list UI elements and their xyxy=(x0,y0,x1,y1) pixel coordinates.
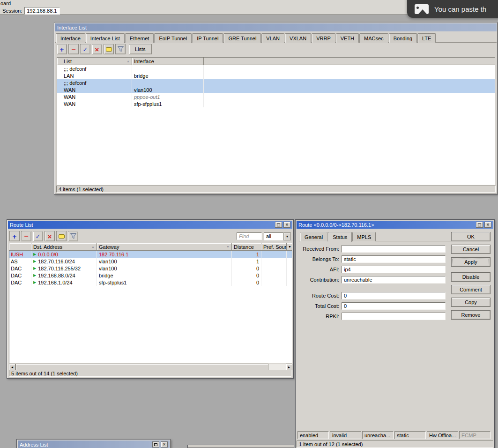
session-input[interactable]: 192.168.88.1 xyxy=(24,7,60,15)
interface-row-wan-vlan100[interactable]: WAN vlan100 xyxy=(57,86,495,93)
column-header-list[interactable]: List ▲ xyxy=(57,58,132,65)
remove-button[interactable]: − xyxy=(21,231,31,241)
route-row[interactable]: DAC ▶192.168.88.0/24 bridge 0 xyxy=(9,272,292,279)
interface-list-toolbar: + − ✓ × Lists xyxy=(54,43,498,56)
column-header-distance[interactable]: Distance xyxy=(232,243,261,251)
route-active-icon: ▶ xyxy=(33,252,36,256)
comment-button[interactable] xyxy=(104,44,114,54)
interface-row-wan-pppoe[interactable]: WAN pppoe-out1 xyxy=(57,93,495,100)
column-selector-button[interactable]: ▼ xyxy=(287,243,292,251)
enable-button[interactable]: ✓ xyxy=(33,231,43,241)
belongs-to-input[interactable]: static xyxy=(342,255,446,263)
route-filter-dropdown[interactable]: all ▼ xyxy=(264,232,291,240)
lists-button[interactable]: Lists xyxy=(129,44,152,54)
address-list-titlebar[interactable]: Address List × xyxy=(18,441,170,448)
total-cost-input[interactable]: 0 xyxy=(342,302,446,310)
rpki-input[interactable] xyxy=(342,313,446,320)
interface-list-titlebar[interactable]: Interface List xyxy=(55,23,497,31)
belongs-to-label: Belongs To: xyxy=(298,256,342,262)
scrollbar-thumb[interactable] xyxy=(15,364,268,370)
chevron-down-icon[interactable]: ▼ xyxy=(283,232,291,240)
interface-list-tabs: Interface Interface List Ethernet EoIP T… xyxy=(54,32,498,43)
tab-gre-tunnel[interactable]: GRE Tunnel xyxy=(223,33,261,43)
route-cost-label: Route Cost: xyxy=(298,293,342,299)
tab-general[interactable]: General xyxy=(300,232,327,241)
disable-button[interactable]: × xyxy=(45,231,55,241)
remove-button[interactable]: − xyxy=(68,44,79,54)
tab-status[interactable]: Status xyxy=(328,232,352,242)
route-dialog-titlebar[interactable]: Route <0.0.0.0/0->182.70.116.1> × xyxy=(297,221,493,229)
tab-mpls[interactable]: MPLS xyxy=(352,232,376,241)
tab-vxlan[interactable]: VXLAN xyxy=(285,33,311,43)
scroll-left-icon[interactable]: ◄ xyxy=(9,364,15,370)
close-icon: × xyxy=(487,223,490,227)
copy-button[interactable]: Copy xyxy=(451,298,491,307)
apply-button[interactable]: Apply xyxy=(451,257,491,267)
horizontal-scrollbar[interactable]: ◄ ► xyxy=(9,364,292,370)
paste-toast[interactable]: You can paste th xyxy=(407,0,498,18)
comment-button[interactable]: Comment xyxy=(451,285,491,294)
column-header-gateway[interactable]: Gateway ▼ xyxy=(97,243,232,251)
filter-button[interactable] xyxy=(115,44,126,54)
column-header-pref-source[interactable]: Pref. Sour xyxy=(261,243,287,251)
tab-interface[interactable]: Interface xyxy=(56,33,85,43)
filter-funnel-icon xyxy=(70,233,76,239)
flag-invalid: invalid xyxy=(330,431,361,439)
tab-interface-list[interactable]: Interface List xyxy=(86,33,125,43)
image-icon xyxy=(415,4,429,14)
filter-funnel-icon xyxy=(118,46,124,52)
find-input[interactable]: Find xyxy=(237,232,262,240)
maximize-icon xyxy=(478,224,481,226)
close-button[interactable]: × xyxy=(161,441,168,448)
total-cost-label: Total Cost: xyxy=(298,303,342,309)
tab-lte[interactable]: LTE xyxy=(417,33,436,43)
afi-label: AFI: xyxy=(298,267,342,272)
route-row[interactable]: DAC ▶192.168.1.0/24 sfp-sfpplus1 0 xyxy=(9,279,292,286)
add-button[interactable]: + xyxy=(57,44,67,54)
tab-macsec[interactable]: MACsec xyxy=(359,33,388,43)
tab-ip-tunnel[interactable]: IP Tunnel xyxy=(192,33,223,43)
background-window-edge[interactable] xyxy=(187,445,294,448)
interface-row-wan-sfp[interactable]: WAN sfp-sfpplus1 xyxy=(57,100,495,107)
add-icon: + xyxy=(60,45,64,53)
column-header-dst-address[interactable]: Dst. Address ▲ xyxy=(31,243,97,251)
column-header-interface[interactable]: Interface xyxy=(132,58,204,65)
remove-button[interactable]: Remove xyxy=(451,310,491,320)
add-button[interactable]: + xyxy=(9,231,20,241)
close-button[interactable]: × xyxy=(283,222,290,228)
interface-row-comment-selected[interactable]: ;;; defconf xyxy=(57,79,495,86)
route-row[interactable]: DAC ▶182.70.116.255/32 vlan100 0 xyxy=(9,265,292,272)
disable-button[interactable]: × xyxy=(92,44,102,54)
maximize-button[interactable] xyxy=(476,222,483,228)
session-label: Session: xyxy=(2,8,22,14)
maximize-button[interactable] xyxy=(275,222,282,228)
close-button[interactable]: × xyxy=(484,222,491,228)
route-state-flags: enabled invalid unreacha... static Hw Of… xyxy=(297,431,491,439)
enable-button[interactable]: ✓ xyxy=(80,44,90,54)
tab-vlan[interactable]: VLAN xyxy=(261,33,284,43)
tab-ethernet[interactable]: Ethernet xyxy=(125,33,154,43)
maximize-button[interactable] xyxy=(152,441,159,448)
tab-eoip-tunnel[interactable]: EoIP Tunnel xyxy=(154,33,192,43)
interface-row-lan[interactable]: LAN bridge xyxy=(57,72,495,79)
scrollbar-track[interactable] xyxy=(268,364,286,370)
disable-button[interactable]: Disable xyxy=(451,272,491,282)
contribution-input[interactable]: unreachable xyxy=(342,276,446,284)
filter-button[interactable] xyxy=(68,231,78,241)
received-from-input[interactable] xyxy=(342,245,446,253)
interface-row-comment[interactable]: ;;; defconf xyxy=(57,65,495,72)
route-row[interactable]: AS ▶182.70.116.0/24 vlan100 1 xyxy=(9,258,292,265)
column-header-flags[interactable] xyxy=(9,243,31,251)
route-list-titlebar[interactable]: Route List × xyxy=(8,221,292,229)
scroll-right-icon[interactable]: ► xyxy=(286,364,292,370)
route-row-default[interactable]: IUSH ▶0.0.0.0/0 182.70.116.1 1 xyxy=(9,251,292,258)
tab-bonding[interactable]: Bonding xyxy=(389,33,417,43)
comment-button[interactable] xyxy=(56,231,67,241)
route-cost-input[interactable]: 0 xyxy=(342,292,446,299)
tab-veth[interactable]: VETH xyxy=(336,33,359,43)
afi-input[interactable]: ip4 xyxy=(342,266,446,273)
close-icon: × xyxy=(163,442,166,447)
cancel-button[interactable]: Cancel xyxy=(451,245,491,254)
tab-vrrp[interactable]: VRRP xyxy=(312,33,335,43)
ok-button[interactable]: OK xyxy=(451,232,491,241)
